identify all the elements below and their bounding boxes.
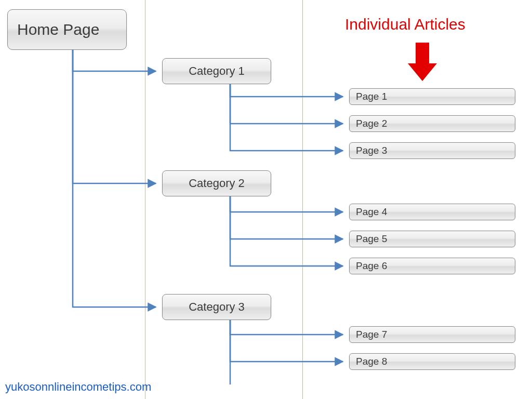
edge-cat3-page7: [230, 320, 343, 335]
edge-cat2-page4: [230, 196, 343, 212]
footer-url-text: yukosonnlineincometips.com: [5, 380, 151, 393]
column-guide-2: [302, 0, 303, 399]
node-category-1-label: Category 1: [189, 64, 245, 78]
arrow-down-icon: [408, 43, 437, 81]
node-category-3-label: Category 3: [189, 300, 245, 314]
edge-home-to-category-3: [73, 50, 156, 307]
annotation-individual-articles: Individual Articles: [345, 16, 466, 33]
node-page-7-label: Page 7: [356, 329, 387, 340]
svg-rect-0: [416, 43, 429, 64]
edge-cat1-page2: [230, 84, 343, 124]
edge-home-to-category-2: [73, 50, 156, 183]
node-page-6: Page 6: [349, 258, 515, 274]
node-page-4-label: Page 4: [356, 206, 387, 218]
node-page-8: Page 8: [349, 353, 515, 370]
node-home-page: Home Page: [7, 9, 127, 50]
node-page-8-label: Page 8: [356, 356, 387, 367]
node-category-3: Category 3: [162, 294, 271, 320]
node-page-5: Page 5: [349, 231, 515, 247]
node-page-5-label: Page 5: [356, 233, 387, 245]
node-category-1: Category 1: [162, 58, 271, 84]
node-home-page-label: Home Page: [17, 21, 99, 38]
node-page-7: Page 7: [349, 326, 515, 343]
footer-url: yukosonnlineincometips.com: [5, 380, 151, 394]
annotation-label: Individual Articles: [345, 16, 466, 33]
node-page-3: Page 3: [349, 142, 515, 159]
node-page-2-label: Page 2: [356, 118, 387, 129]
edge-cat1-page1: [230, 84, 343, 97]
column-guide-1: [145, 0, 145, 399]
edge-home-to-category-1: [73, 50, 156, 71]
node-category-2: Category 2: [162, 170, 271, 196]
node-page-3-label: Page 3: [356, 145, 387, 156]
node-page-6-label: Page 6: [356, 260, 387, 272]
node-page-2: Page 2: [349, 115, 515, 132]
node-page-1-label: Page 1: [356, 91, 387, 102]
edge-cat2-page5: [230, 196, 343, 239]
node-category-2-label: Category 2: [189, 177, 245, 190]
edge-cat1-page3: [230, 84, 343, 151]
edge-cat3-page8: [230, 320, 343, 362]
node-page-1: Page 1: [349, 88, 515, 105]
edge-cat2-page6: [230, 196, 343, 266]
node-page-4: Page 4: [349, 204, 515, 220]
